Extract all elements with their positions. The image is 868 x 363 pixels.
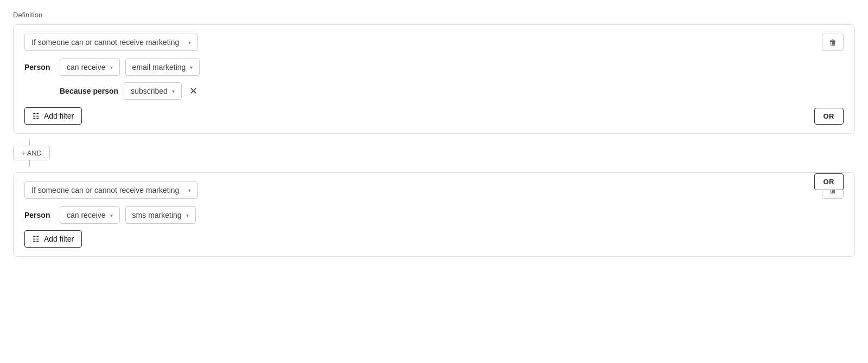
add-filter-row-2: ☷ Add filter <box>24 230 822 248</box>
remove-because-button-1[interactable]: ✕ <box>187 86 200 96</box>
receive-select-2-label: can receive <box>67 211 106 219</box>
person-label-1: Person <box>24 63 54 72</box>
receive-select-1[interactable]: can receive ▾ <box>60 59 120 76</box>
main-select-2[interactable]: If someone can or cannot receive marketi… <box>24 182 198 199</box>
main-select-row-2: If someone can or cannot receive marketi… <box>24 182 822 199</box>
person-row-2: Person can receive ▾ sms marketing ▾ <box>24 206 822 224</box>
and-connector: + AND <box>13 139 855 167</box>
add-filter-button-2[interactable]: ☷ Add filter <box>24 230 82 248</box>
channel-select-2[interactable]: sms marketing ▾ <box>125 206 196 224</box>
because-label-1: Because person <box>60 87 118 95</box>
add-filter-row-1: ☷ Add filter <box>24 107 822 125</box>
or-button-2[interactable]: OR <box>814 173 844 190</box>
main-select-2-label: If someone can or cannot receive marketi… <box>31 186 179 195</box>
vert-line-top <box>29 139 30 146</box>
main-select-1[interactable]: If someone can or cannot receive marketi… <box>24 34 198 51</box>
chevron-icon-receive-2: ▾ <box>110 212 113 218</box>
main-select-row-1: If someone can or cannot receive marketi… <box>24 34 822 51</box>
chevron-icon-1: ▾ <box>188 40 191 46</box>
chevron-icon-2: ▾ <box>188 187 191 193</box>
filter-icon-1: ☷ <box>33 112 40 120</box>
receive-select-2[interactable]: can receive ▾ <box>60 206 120 224</box>
chevron-icon-channel-1: ▾ <box>190 64 193 70</box>
channel-select-2-label: sms marketing <box>132 211 182 219</box>
because-select-1[interactable]: subscribed ▾ <box>124 82 182 100</box>
because-select-1-label: subscribed <box>131 87 168 95</box>
receive-select-1-label: can receive <box>67 63 106 72</box>
person-row-1: Person can receive ▾ email marketing ▾ <box>24 59 822 76</box>
or-button-1[interactable]: OR <box>814 108 844 125</box>
channel-select-1-label: email marketing <box>132 63 186 72</box>
filter-icon-2: ☷ <box>33 235 40 243</box>
add-filter-button-1[interactable]: ☷ Add filter <box>24 107 82 125</box>
chevron-icon-receive-1: ▾ <box>110 64 113 70</box>
condition-block-1: If someone can or cannot receive marketi… <box>13 24 855 134</box>
chevron-icon-channel-2: ▾ <box>186 212 189 218</box>
condition-block-2: If someone can or cannot receive marketi… <box>13 172 855 257</box>
definition-label: Definition <box>13 11 855 19</box>
chevron-icon-because-1: ▾ <box>172 88 175 94</box>
main-select-1-label: If someone can or cannot receive marketi… <box>31 38 179 47</box>
delete-button-1[interactable]: 🗑 <box>822 34 844 51</box>
person-label-2: Person <box>24 211 54 219</box>
and-button[interactable]: + AND <box>13 146 50 160</box>
add-filter-label-1: Add filter <box>44 112 74 120</box>
trash-icon-1: 🗑 <box>829 38 837 47</box>
because-row-1: Because person subscribed ▾ ✕ <box>24 82 822 100</box>
channel-select-1[interactable]: email marketing ▾ <box>125 59 200 76</box>
add-filter-label-2: Add filter <box>44 235 74 243</box>
vert-line-bottom <box>29 160 30 167</box>
